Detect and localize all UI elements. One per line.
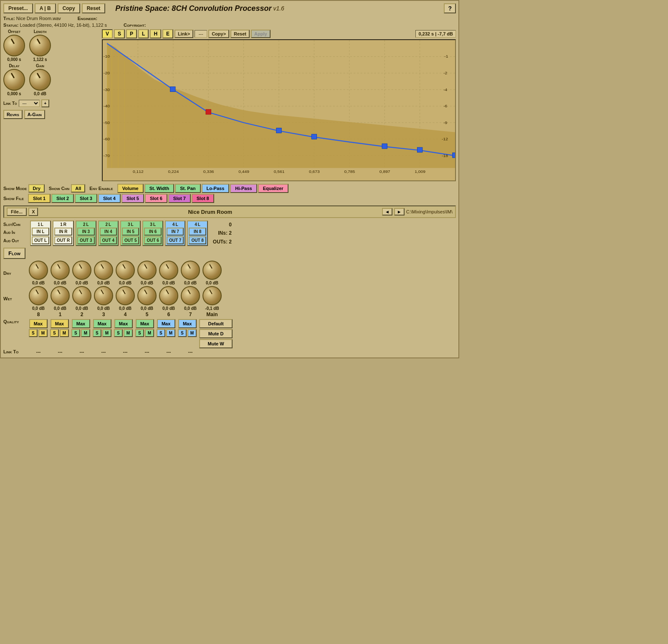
env-type-volume[interactable]: Volume (117, 184, 144, 193)
m-btn-3[interactable]: M (81, 329, 90, 337)
quality-btn-3[interactable]: Max (72, 319, 90, 328)
nav-next-button[interactable]: ► (394, 208, 405, 216)
quality-btn-7[interactable]: Max (157, 319, 175, 328)
dry-knob-sm-7[interactable] (159, 261, 178, 280)
env-type-equalizer[interactable]: Equalizer (258, 184, 288, 193)
offset-knob[interactable] (3, 35, 25, 56)
nav-prev-button[interactable]: ◄ (382, 208, 392, 216)
s-btn-5[interactable]: S (114, 329, 123, 337)
slot2-button[interactable]: Slot 2 (51, 194, 74, 203)
slot4r-in[interactable]: IN 8 (189, 228, 206, 236)
revrs-button[interactable]: Revrs (3, 110, 23, 119)
help-button[interactable]: ? (444, 3, 456, 13)
env-copy-button[interactable]: Copy> (208, 30, 229, 38)
m-btn-6[interactable]: M (145, 329, 154, 337)
m-btn-8[interactable]: M (187, 329, 197, 337)
slot1l-out[interactable]: OUT L (32, 236, 49, 244)
slot4l-in[interactable]: IN 7 (167, 228, 184, 236)
env-type-stwidth[interactable]: St. Width (144, 184, 175, 193)
env-l-button[interactable]: L (138, 29, 149, 38)
slot4l-out[interactable]: OUT 7 (167, 236, 184, 244)
s-btn-1[interactable]: S (29, 329, 38, 337)
dry-knob-sm-5[interactable] (116, 261, 135, 280)
quality-btn-6[interactable]: Max (136, 319, 154, 328)
wet-knob-sm-5[interactable] (116, 286, 135, 305)
slot4r-out[interactable]: OUT 8 (189, 236, 206, 244)
wet-knob-sm-8[interactable] (181, 286, 200, 305)
dry-knob-sm-2[interactable] (51, 261, 70, 280)
mute-d-button[interactable]: Mute D (199, 329, 233, 338)
slot3-button[interactable]: Slot 3 (75, 194, 97, 203)
slot1r-out[interactable]: OUT R (54, 236, 72, 244)
default-button[interactable]: Default (199, 319, 233, 328)
env-v-button[interactable]: V (102, 29, 113, 38)
s-btn-8[interactable]: S (178, 329, 187, 337)
dry-knob-sm-1[interactable] (29, 261, 48, 280)
dry-knob-sm-3[interactable] (72, 261, 91, 280)
slot6-button[interactable]: Slot 6 (145, 194, 167, 203)
m-btn-5[interactable]: M (124, 329, 133, 337)
quality-btn-4[interactable]: Max (93, 319, 111, 328)
dry-knob-sm-6[interactable] (137, 261, 157, 280)
slot7-button[interactable]: Slot 7 (168, 194, 191, 203)
slot3r-in[interactable]: IN 6 (144, 228, 161, 236)
m-btn-4[interactable]: M (102, 329, 111, 337)
dry-knob-sm-8[interactable] (181, 261, 200, 280)
file-x-button[interactable]: X (28, 208, 38, 216)
slot2l-out[interactable]: OUT 3 (77, 236, 94, 244)
slot1-button[interactable]: Slot 1 (28, 194, 51, 203)
slot8-button[interactable]: Slot 8 (192, 194, 214, 203)
slot2r-out[interactable]: OUT 4 (100, 236, 117, 244)
m-btn-7[interactable]: M (166, 329, 175, 337)
quality-btn-8[interactable]: Max (178, 319, 197, 328)
link-to-select[interactable]: --- (19, 100, 40, 107)
quality-btn-2[interactable]: Max (51, 319, 69, 328)
env-type-lopass[interactable]: Lo-Pass (202, 184, 230, 193)
slot5-button[interactable]: Slot 5 (121, 194, 144, 203)
slot1l-in[interactable]: IN L (32, 228, 49, 236)
env-apply-button[interactable]: Apply (251, 30, 271, 38)
s-btn-6[interactable]: S (135, 329, 144, 337)
gain-knob[interactable] (29, 69, 51, 91)
slot4-button[interactable]: Slot 4 (98, 194, 121, 203)
all-mode-button[interactable]: All (71, 184, 85, 193)
wet-knob-sm-3[interactable] (72, 286, 91, 305)
wet-knob-sm-7[interactable] (159, 286, 178, 305)
dry-knob-sm-4[interactable] (94, 261, 113, 280)
flow-button[interactable]: Flow (3, 248, 25, 259)
s-btn-2[interactable]: S (50, 329, 59, 337)
plus-button[interactable]: + (41, 99, 50, 107)
s-btn-7[interactable]: S (157, 329, 165, 337)
env-s-button[interactable]: S (114, 29, 125, 38)
length-knob[interactable] (29, 35, 51, 56)
env-e-button[interactable]: E (162, 29, 173, 38)
preset-button[interactable]: Preset... (3, 3, 33, 13)
quality-btn-5[interactable]: Max (114, 319, 133, 328)
file-button[interactable]: File... (7, 208, 27, 216)
env-type-hipass[interactable]: Hi-Pass (230, 184, 257, 193)
env-reset-button[interactable]: Reset (230, 30, 250, 38)
wet-knob-sm-main[interactable] (202, 286, 222, 305)
delay-knob[interactable] (3, 69, 25, 91)
dry-knob-sm-main[interactable] (202, 261, 222, 280)
env-p-button[interactable]: P (126, 29, 137, 38)
env-h-button[interactable]: H (150, 29, 161, 38)
wet-knob-sm-1[interactable] (29, 286, 48, 305)
env-link-button[interactable]: Link> (175, 30, 193, 38)
quality-btn-1[interactable]: Max (29, 319, 48, 328)
slot3r-out[interactable]: OUT 6 (144, 236, 161, 244)
slot3l-in[interactable]: IN 5 (122, 228, 139, 236)
mute-w-button[interactable]: Mute W (199, 339, 233, 348)
again-button[interactable]: A-Gain (24, 110, 45, 119)
dry-mode-button[interactable]: Dry (28, 184, 44, 193)
m-btn-2[interactable]: M (60, 329, 69, 337)
env-type-stpan[interactable]: St. Pan (175, 184, 200, 193)
reset-button[interactable]: Reset (82, 3, 106, 13)
s-btn-4[interactable]: S (93, 329, 101, 337)
slot3l-out[interactable]: OUT 5 (122, 236, 139, 244)
m-btn-1[interactable]: M (38, 329, 48, 337)
ab-button[interactable]: A | B (35, 3, 56, 13)
s-btn-3[interactable]: S (71, 329, 80, 337)
graph-container[interactable]: -10 -20 -30 -40 -50 -60 -70 -1 -2 -4 -6 … (102, 39, 456, 181)
wet-knob-sm-2[interactable] (51, 286, 70, 305)
